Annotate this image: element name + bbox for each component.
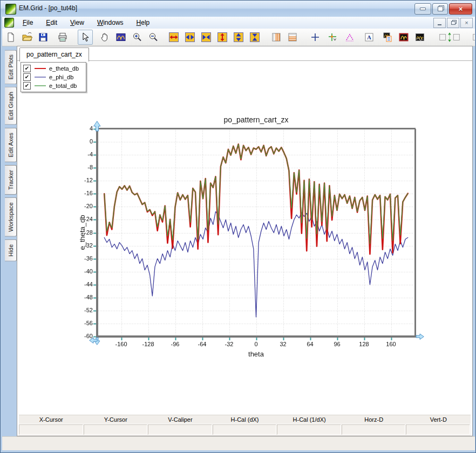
mdi-minimize-button[interactable] bbox=[433, 18, 446, 28]
shrink-h-button[interactable] bbox=[199, 30, 214, 45]
y-tick-label: -8 bbox=[76, 164, 93, 170]
sidebar-tab-edit-plots[interactable]: Edit Plots bbox=[5, 50, 17, 84]
grid-horizontal-button[interactable] bbox=[285, 30, 300, 45]
toolbar: ALayout bbox=[2, 29, 475, 46]
zoom-in-icon bbox=[132, 32, 142, 43]
zoom-out-button[interactable] bbox=[146, 30, 161, 45]
sidebar-tab-strip: Edit PlotsEdit GraphEdit AxesTrackerWork… bbox=[4, 46, 17, 436]
single-plot-button[interactable] bbox=[396, 30, 411, 45]
sidebar-tab-workspace[interactable]: Workspace bbox=[5, 197, 17, 237]
zoom-region-icon bbox=[115, 32, 126, 43]
fit-horizontal-button[interactable] bbox=[470, 30, 475, 45]
x-tick-label: -96 bbox=[165, 341, 186, 347]
readout-header: Y-Cursor bbox=[84, 415, 148, 424]
readout-value bbox=[342, 424, 406, 435]
x-tick-label: -64 bbox=[192, 341, 213, 347]
y-tick-label: 0 bbox=[76, 138, 93, 145]
minimize-icon bbox=[420, 8, 426, 10]
cursor-readout-table: X-CursorY-CursorV-CaliperH-Cal (dX)H-Cal… bbox=[19, 415, 471, 436]
x-tick-label: -128 bbox=[138, 341, 159, 347]
legend-label: e_phi_db bbox=[49, 74, 73, 80]
menu-help[interactable]: Help bbox=[131, 17, 155, 29]
grid-vertical-button[interactable] bbox=[269, 30, 284, 45]
fit-horizontal-icon bbox=[472, 31, 475, 43]
mdi-close-button[interactable]: × bbox=[460, 18, 473, 28]
tracker-button[interactable] bbox=[325, 30, 340, 45]
menu-edit[interactable]: Edit bbox=[40, 17, 63, 29]
y-tick-label: -48 bbox=[76, 294, 93, 300]
crosshair-icon bbox=[310, 32, 321, 43]
mdi-restore-icon bbox=[451, 21, 455, 25]
legend-checkbox[interactable]: ✔ bbox=[23, 73, 31, 81]
sidebar-tab-edit-graph[interactable]: Edit Graph bbox=[5, 87, 17, 125]
y-tick-label: -56 bbox=[76, 320, 93, 326]
y-tick-label: -20 bbox=[76, 203, 93, 209]
legend-label: e_theta_db bbox=[49, 65, 79, 72]
fit-vertical-icon bbox=[438, 31, 461, 43]
x-tick-label: 32 bbox=[273, 341, 294, 347]
mdi-restore-button[interactable] bbox=[447, 18, 459, 28]
text-annotation-button[interactable]: A bbox=[362, 30, 377, 45]
y-tick-label: -16 bbox=[76, 190, 93, 196]
legend-color-line bbox=[35, 77, 46, 78]
readout-header: H-Cal (1/dX) bbox=[277, 415, 342, 424]
print-icon bbox=[57, 32, 68, 43]
legend-label: e_total_db bbox=[49, 83, 77, 89]
menus: FileEditViewWindowsHelp bbox=[17, 17, 157, 29]
text-annotation-icon: A bbox=[364, 32, 375, 43]
svg-text:A: A bbox=[367, 34, 371, 40]
sidebar-tab-edit-axes[interactable]: Edit Axes bbox=[5, 128, 17, 162]
x-tick-label: -160 bbox=[111, 341, 132, 347]
menu-file[interactable]: File bbox=[17, 17, 38, 29]
shrink-h-icon bbox=[201, 32, 212, 43]
plot-properties-button[interactable] bbox=[380, 30, 395, 45]
grid-vertical-icon bbox=[271, 32, 282, 43]
shrink-v-button[interactable] bbox=[247, 30, 262, 45]
crosshair-button[interactable] bbox=[308, 30, 323, 45]
save-button[interactable] bbox=[36, 30, 51, 45]
document-icon bbox=[4, 18, 14, 28]
y-tick-label: -28 bbox=[76, 229, 93, 236]
caliper-icon bbox=[344, 32, 355, 43]
shrink-v-icon bbox=[249, 32, 260, 43]
stretch-h-button[interactable] bbox=[166, 30, 181, 45]
expand-h-button[interactable] bbox=[182, 30, 198, 45]
y-tick-label: -60 bbox=[76, 333, 93, 339]
select-icon bbox=[80, 32, 91, 43]
sidebar-tab-tracker[interactable]: Tracker bbox=[5, 165, 17, 195]
menu-windows[interactable]: Windows bbox=[92, 17, 129, 29]
open-button[interactable] bbox=[19, 30, 35, 45]
legend-checkbox[interactable]: ✔ bbox=[23, 82, 31, 90]
restore-icon bbox=[438, 6, 443, 11]
close-button[interactable]: × bbox=[449, 3, 472, 15]
print-button[interactable] bbox=[55, 30, 70, 45]
legend-item: ✔e_total_db bbox=[23, 81, 84, 90]
legend-checkbox[interactable]: ✔ bbox=[23, 65, 31, 72]
menu-view[interactable]: View bbox=[65, 17, 90, 29]
new-button[interactable] bbox=[3, 30, 18, 45]
readout-header: V-Caliper bbox=[148, 415, 213, 424]
zoom-region-button[interactable] bbox=[113, 30, 128, 45]
title-bar[interactable]: EM.Grid - [po_tut4b] × bbox=[1, 1, 476, 17]
client-area: po_pattern_cart_zx ✔e_theta_db✔e_phi_db✔… bbox=[17, 46, 473, 436]
zoom-in-button[interactable] bbox=[130, 30, 145, 45]
sidebar-tab-hide[interactable]: Hide bbox=[5, 239, 17, 262]
stretch-v-icon bbox=[217, 32, 228, 43]
document-tab[interactable]: po_pattern_cart_zx bbox=[19, 47, 89, 61]
x-tick-label: -32 bbox=[219, 341, 240, 347]
expand-v-button[interactable] bbox=[231, 30, 246, 45]
minimize-button[interactable] bbox=[414, 3, 431, 15]
grid-horizontal-icon bbox=[287, 32, 298, 43]
stretch-v-button[interactable] bbox=[215, 30, 230, 45]
multi-plot-button[interactable] bbox=[412, 30, 427, 45]
caliper-button[interactable] bbox=[342, 30, 357, 45]
open-icon bbox=[22, 32, 32, 43]
y-tick-label: -24 bbox=[76, 216, 93, 222]
pan-button[interactable] bbox=[97, 30, 112, 45]
fit-vertical-button[interactable] bbox=[436, 30, 463, 45]
pan-icon bbox=[99, 32, 110, 43]
x-tick-label: 0 bbox=[246, 341, 267, 347]
restore-button[interactable] bbox=[432, 3, 448, 15]
select-button[interactable] bbox=[78, 30, 93, 45]
save-icon bbox=[38, 32, 49, 43]
